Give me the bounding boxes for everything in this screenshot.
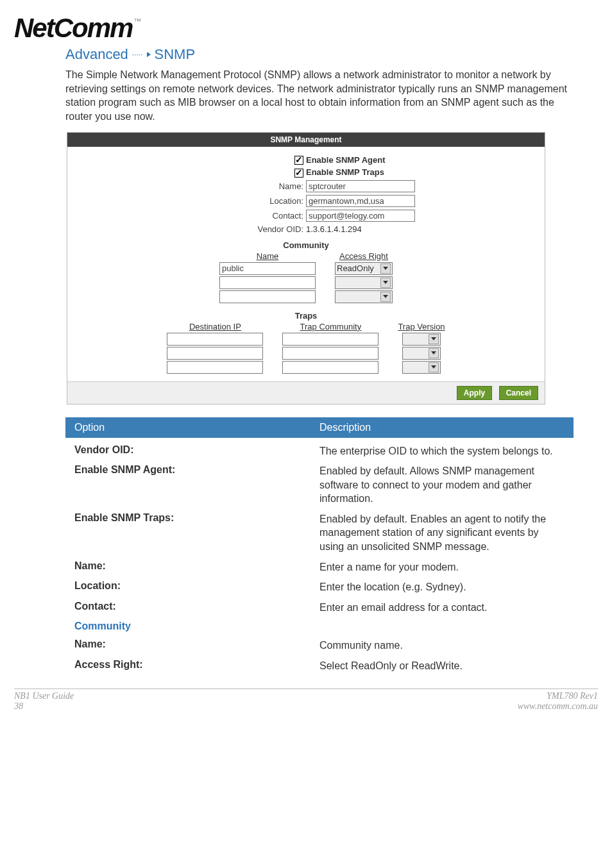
option-key: Enable SNMP Traps: bbox=[74, 512, 319, 554]
footer-url: www.netcomm.com.au bbox=[518, 701, 598, 712]
breadcrumb-arrow-icon bbox=[147, 52, 151, 57]
option-key: Name: bbox=[74, 560, 319, 574]
chevron-down-icon bbox=[380, 292, 391, 302]
trap-version-select[interactable]: . bbox=[402, 333, 441, 346]
chevron-down-icon bbox=[429, 348, 439, 358]
option-row: Name: Enter a name for your modem. bbox=[65, 554, 574, 574]
option-row: Name: Community name. bbox=[65, 632, 574, 653]
community-access-header: Access Right bbox=[339, 251, 388, 261]
page-footer: NB1 User Guide 38 YML780 Rev1 www.netcom… bbox=[14, 689, 598, 712]
enable-traps-checkbox[interactable] bbox=[294, 169, 303, 178]
trap-dest-input[interactable] bbox=[167, 333, 263, 346]
chevron-down-icon bbox=[380, 278, 391, 288]
apply-button[interactable]: Apply bbox=[457, 386, 492, 400]
trap-community-input[interactable] bbox=[282, 333, 378, 346]
community-name-input[interactable] bbox=[219, 276, 316, 289]
footer-revision: YML780 Rev1 bbox=[518, 691, 598, 701]
option-value: Community name. bbox=[319, 638, 565, 653]
options-header-desc: Description bbox=[319, 422, 565, 433]
option-value: Enabled by default. Enables an agent to … bbox=[319, 512, 565, 554]
traps-community-header: Trap Community bbox=[300, 322, 362, 331]
option-value: Select ReadOnly or ReadWrite. bbox=[319, 659, 565, 673]
breadcrumb-separator-icon: ····· bbox=[132, 50, 143, 59]
option-row: Enable SNMP Agent: Enabled by default. A… bbox=[65, 458, 574, 506]
community-access-select[interactable]: . bbox=[335, 290, 393, 303]
option-row: Community bbox=[65, 614, 574, 632]
vendor-oid-value: 1.3.6.1.4.1.294 bbox=[306, 224, 533, 234]
option-value: The enterprise OID to which the system b… bbox=[319, 444, 565, 458]
option-value: Enabled by default. Allows SNMP manageme… bbox=[319, 464, 565, 506]
option-row: Location: Enter the location (e.g. Sydne… bbox=[65, 574, 574, 594]
community-heading: Community bbox=[79, 240, 533, 250]
community-name-input[interactable] bbox=[219, 290, 316, 303]
option-row: Enable SNMP Traps: Enabled by default. E… bbox=[65, 506, 574, 554]
vendor-oid-label: Vendor OID: bbox=[79, 224, 306, 234]
traps-version-header: Trap Version bbox=[398, 322, 445, 331]
intro-paragraph: The Simple Network Management Protocol (… bbox=[65, 68, 572, 123]
option-key: Enable SNMP Agent: bbox=[74, 464, 319, 506]
enable-traps-label: Enable SNMP Traps bbox=[306, 167, 384, 177]
chevron-down-icon bbox=[380, 263, 391, 274]
option-key-community: Community bbox=[74, 621, 319, 632]
enable-agent-checkbox[interactable] bbox=[294, 156, 303, 165]
footer-guide-title: NB1 User Guide bbox=[14, 691, 74, 701]
section-heading: Advanced ····· SNMP bbox=[65, 46, 585, 63]
option-row: Contact: Enter an email address for a co… bbox=[65, 594, 574, 615]
panel-title: SNMP Management bbox=[67, 133, 545, 147]
trademark-symbol: ™ bbox=[133, 17, 141, 26]
option-value: Enter a name for your modem. bbox=[319, 560, 565, 574]
options-table: Option Description Vendor OID: The enter… bbox=[65, 417, 574, 673]
section-suffix: SNMP bbox=[155, 46, 196, 63]
options-header-option: Option bbox=[74, 422, 319, 433]
option-row: Vendor OID: The enterprise OID to which … bbox=[65, 438, 574, 458]
name-input[interactable] bbox=[306, 180, 415, 192]
snmp-panel: SNMP Management Enable SNMP Agent Enable… bbox=[67, 132, 545, 404]
location-label: Location: bbox=[79, 196, 306, 206]
contact-label: Contact: bbox=[79, 211, 306, 221]
community-name-input[interactable] bbox=[219, 262, 316, 275]
option-value: Enter the location (e.g. Sydney). bbox=[319, 580, 565, 594]
chevron-down-icon bbox=[429, 334, 439, 344]
trap-version-select[interactable]: . bbox=[402, 361, 441, 374]
footer-page-number: 38 bbox=[14, 701, 74, 712]
enable-agent-label: Enable SNMP Agent bbox=[306, 155, 386, 165]
name-label: Name: bbox=[79, 181, 306, 191]
option-row: Access Right: Select ReadOnly or ReadWri… bbox=[65, 653, 574, 673]
cancel-button[interactable]: Cancel bbox=[499, 386, 538, 400]
community-access-select[interactable]: ReadOnly bbox=[335, 262, 393, 275]
community-name-header: Name bbox=[257, 251, 279, 261]
option-value bbox=[319, 621, 565, 632]
option-value: Enter an email address for a contact. bbox=[319, 601, 565, 615]
trap-dest-input[interactable] bbox=[167, 361, 263, 374]
button-row: Apply Cancel bbox=[67, 381, 545, 404]
options-header-row: Option Description bbox=[65, 417, 574, 438]
chevron-down-icon bbox=[429, 362, 439, 372]
trap-dest-input[interactable] bbox=[167, 347, 263, 360]
option-key: Location: bbox=[74, 580, 319, 594]
community-table: Name Access Right ReadOnly . . bbox=[79, 251, 533, 305]
contact-input[interactable] bbox=[306, 210, 415, 222]
traps-table: Destination IP Trap Community Trap Versi… bbox=[79, 322, 533, 375]
option-key: Vendor OID: bbox=[74, 444, 319, 458]
section-prefix: Advanced bbox=[65, 46, 128, 63]
option-key: Access Right: bbox=[74, 659, 319, 673]
option-key: Contact: bbox=[74, 601, 319, 615]
traps-dest-header: Destination IP bbox=[189, 322, 241, 331]
trap-community-input[interactable] bbox=[282, 361, 378, 374]
trap-version-select[interactable]: . bbox=[402, 347, 441, 360]
location-input[interactable] bbox=[306, 195, 415, 207]
trap-community-input[interactable] bbox=[282, 347, 378, 360]
traps-heading: Traps bbox=[79, 311, 533, 321]
community-access-select[interactable]: . bbox=[335, 276, 393, 289]
option-key: Name: bbox=[74, 638, 319, 653]
brand-logo: NetComm ™ bbox=[14, 13, 585, 44]
brand-name: NetComm bbox=[14, 13, 132, 44]
